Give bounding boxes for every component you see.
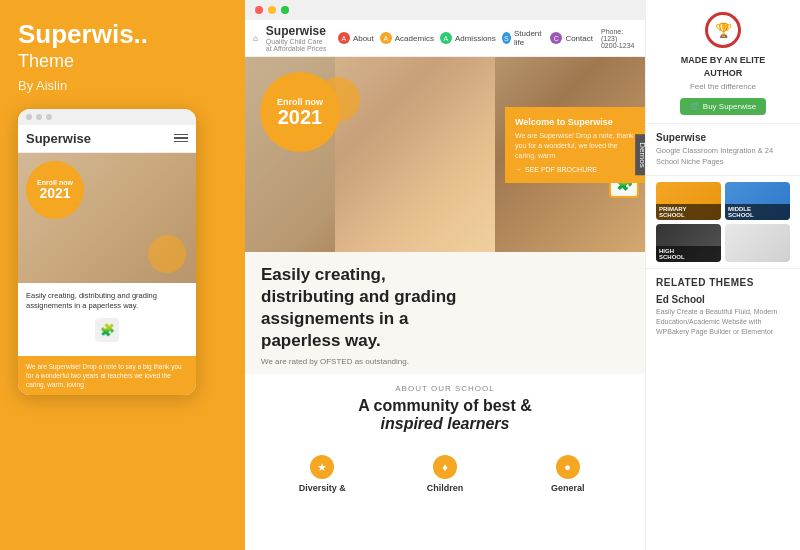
- product-name: Superwise: [656, 132, 790, 143]
- hero-heading: Easily creating, distributing and gradin…: [261, 264, 481, 352]
- theme-subtitle: Theme: [18, 51, 227, 72]
- right-panel: 🏆 MADE BY AN ELITE AUTHOR Feel the diffe…: [645, 0, 800, 550]
- grid-icon-general: ●: [556, 455, 580, 479]
- nav-label-contact: Contact: [565, 34, 593, 43]
- about-heading-italic: inspired learners: [381, 415, 510, 432]
- mobile-icon-row: 🧩: [26, 318, 188, 342]
- mobile-small-circle: [148, 235, 186, 273]
- browser-bar: [245, 0, 645, 20]
- desktop-hero: Enroll now 2021 Demos Welcome to Superwi…: [245, 57, 645, 252]
- grid-icon-children: ♦: [433, 455, 457, 479]
- home-icon[interactable]: ⌂: [253, 34, 258, 43]
- hero-subtext: We are rated by OFSTED as outstanding.: [261, 357, 629, 366]
- mobile-hero-text: Easily creating, distributing and gradin…: [26, 291, 188, 312]
- browser-dot-red[interactable]: [255, 6, 263, 14]
- nav-label-admissions: Admissions: [455, 34, 496, 43]
- yellow-text: We are Superwise! Drop a note, thank you…: [515, 131, 635, 160]
- nav-item-contact[interactable]: C Contact: [550, 29, 593, 47]
- grid-title-diversity: Diversity &: [267, 483, 378, 493]
- demos-tab[interactable]: Demos: [635, 134, 645, 175]
- mobile-dot-2: [36, 114, 42, 120]
- middle-panel: ⌂ Superwise Quality Child Care at Afford…: [245, 0, 645, 550]
- yellow-panel: Welcome to Superwise We are Superwise! D…: [505, 107, 645, 183]
- theme-author: By Aislin: [18, 78, 227, 93]
- hero-child-image: [335, 57, 495, 252]
- nav-icon-academics: A: [380, 32, 392, 44]
- thumb-label-high: HIGHSCHOOL: [656, 246, 721, 262]
- mobile-hero: Enroll now 2021: [18, 153, 196, 283]
- mobile-hero-circle: Enroll now 2021: [26, 161, 84, 219]
- yellow-welcome: Welcome to Superwise: [515, 117, 635, 127]
- browser-dot-yellow[interactable]: [268, 6, 276, 14]
- grid-title-children: Children: [390, 483, 501, 493]
- nav-items: A About A Academics A Admissions S Stude…: [338, 29, 593, 47]
- mobile-content: Easily creating, distributing and gradin…: [18, 283, 196, 356]
- nav-item-about[interactable]: A About: [338, 29, 374, 47]
- desktop-nav: ⌂ Superwise Quality Child Care at Afford…: [245, 20, 645, 57]
- desktop-logo: Superwise: [266, 24, 326, 38]
- theme-title: Superwis..: [18, 20, 227, 49]
- trophy-icon: 🏆: [715, 22, 732, 38]
- thumb-high-school[interactable]: HIGHSCHOOL: [656, 224, 721, 262]
- mobile-top-bar: [18, 109, 196, 125]
- grid-title-general: General: [512, 483, 623, 493]
- hero-enroll-circle: Enroll now 2021: [260, 72, 340, 152]
- mobile-icon-box: 🧩: [95, 318, 119, 342]
- related-section: RELATED THEMES Ed School Easily Create a…: [646, 268, 800, 342]
- thumb-label-middle: MIDDLESCHOOL: [725, 204, 790, 220]
- mobile-dot-1: [26, 114, 32, 120]
- desktop-tagline: Quality Child Care at Affordable Prices: [266, 38, 330, 52]
- mobile-dot-3: [46, 114, 52, 120]
- related-name-edschool[interactable]: Ed School: [656, 294, 790, 305]
- mobile-footer-text: We are Superwise! Drop a note to say a b…: [26, 362, 188, 389]
- about-heading: A community of best & inspired learners: [261, 397, 629, 433]
- thumb-label-primary: PRIMARYSCHOOL: [656, 204, 721, 220]
- elite-badge: 🏆: [705, 12, 741, 48]
- hero-enroll-year: 2021: [278, 107, 323, 127]
- grid-item-children: ♦ Children: [384, 449, 507, 499]
- hero-text-section: Easily creating, distributing and gradin…: [245, 252, 645, 374]
- mobile-mockup: Superwise Enroll now 2021 Easily creatin…: [18, 109, 196, 395]
- mobile-enroll-year: 2021: [39, 186, 70, 200]
- nav-item-admissions[interactable]: A Admissions: [440, 29, 496, 47]
- made-by-text: MADE BY AN ELITE AUTHOR: [656, 54, 790, 79]
- nav-icon-admissions: A: [440, 32, 452, 44]
- thumb-extra[interactable]: [725, 224, 790, 262]
- buy-btn-label: Buy Superwise: [703, 102, 756, 111]
- nav-label-about: About: [353, 34, 374, 43]
- left-panel: Superwis.. Theme By Aislin Superwise Enr…: [0, 0, 245, 550]
- grid-item-diversity: ★ Diversity &: [261, 449, 384, 499]
- thumb-primary-school[interactable]: PRIMARYSCHOOL: [656, 182, 721, 220]
- made-by-line1: MADE BY AN ELITE: [681, 55, 766, 65]
- mobile-nav: Superwise: [18, 125, 196, 153]
- buy-button[interactable]: 🛒 Buy Superwise: [680, 98, 766, 115]
- yellow-brochure-btn[interactable]: → SEE PDF BROCHURE: [515, 166, 635, 173]
- nav-icon-contact: C: [550, 32, 562, 44]
- about-section: About our School A community of best & i…: [245, 374, 645, 443]
- browser-dot-green[interactable]: [281, 6, 289, 14]
- right-top: 🏆 MADE BY AN ELITE AUTHOR Feel the diffe…: [646, 0, 800, 124]
- about-label: About our School: [261, 384, 629, 393]
- nav-icon-student-life: S: [502, 32, 511, 44]
- grid-icon-diversity: ★: [310, 455, 334, 479]
- mobile-footer: We are Superwise! Drop a note to say a b…: [18, 356, 196, 395]
- grid-item-general: ● General: [506, 449, 629, 499]
- related-item-edschool: Ed School Easily Create a Beautiful Flui…: [656, 294, 790, 336]
- feel-diff: Feel the difference: [656, 82, 790, 91]
- mobile-hamburger[interactable]: [174, 134, 188, 143]
- related-title: RELATED THEMES: [656, 277, 790, 288]
- nav-item-academics[interactable]: A Academics: [380, 29, 434, 47]
- made-by-author: AUTHOR: [704, 68, 743, 78]
- product-desc: Google Classroom Integration & 24 School…: [656, 146, 790, 167]
- desktop-logo-wrap: Superwise Quality Child Care at Affordab…: [266, 24, 330, 52]
- nav-label-student-life: Student life: [514, 29, 544, 47]
- thumbs-grid: PRIMARYSCHOOL MIDDLESCHOOL HIGHSCHOOL: [646, 176, 800, 268]
- arrow-icon: →: [515, 166, 522, 173]
- nav-item-student-life[interactable]: S Student life: [502, 29, 545, 47]
- thumb-middle-school[interactable]: MIDDLESCHOOL: [725, 182, 790, 220]
- about-heading-text: A community of best &: [358, 397, 532, 414]
- yellow-btn-label: SEE PDF BROCHURE: [525, 166, 597, 173]
- right-product: Superwise Google Classroom Integration &…: [646, 124, 800, 176]
- bottom-grid: ★ Diversity & ♦ Children ● General: [245, 449, 645, 499]
- cart-icon: 🛒: [690, 102, 700, 111]
